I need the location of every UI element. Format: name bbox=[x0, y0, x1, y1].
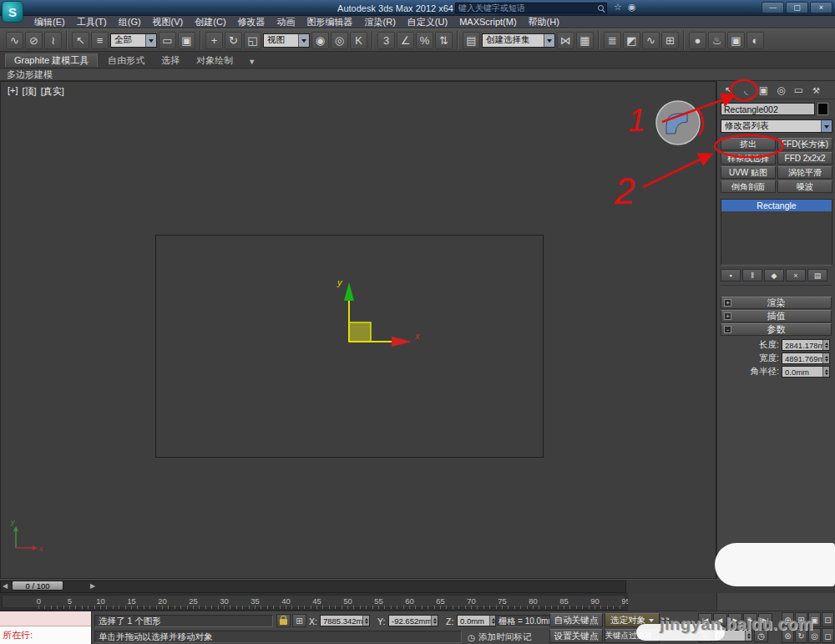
menu-maxscript[interactable]: MAXScript(M) bbox=[453, 17, 522, 27]
motion-tab-icon[interactable]: ◎ bbox=[774, 84, 788, 96]
set-key-button[interactable]: 设置关键点 bbox=[549, 629, 603, 643]
reference-coordinate-dropdown[interactable]: 视图 bbox=[263, 33, 310, 48]
time-slider-thumb[interactable]: 0 / 100 bbox=[12, 581, 63, 591]
macro-recorder-line[interactable] bbox=[0, 611, 91, 626]
chevron-down-icon[interactable] bbox=[298, 34, 309, 47]
menu-create[interactable]: 创建(C) bbox=[189, 16, 231, 28]
minimize-button[interactable]: — bbox=[762, 2, 784, 13]
window-crossing-icon[interactable]: ▣ bbox=[178, 32, 195, 49]
unlink-selection-icon[interactable]: ⊘ bbox=[25, 32, 43, 49]
render-production-icon[interactable]: ◐ bbox=[746, 32, 764, 49]
rollout-toggle[interactable]: + bbox=[724, 299, 731, 307]
menu-animation[interactable]: 动画 bbox=[271, 16, 301, 28]
info-center-star-icon[interactable]: ☆ bbox=[614, 2, 622, 13]
spinner-arrows[interactable] bbox=[822, 353, 829, 363]
utilities-tab-icon[interactable]: ⚒ bbox=[809, 84, 823, 96]
tab-selection[interactable]: 选择 bbox=[153, 53, 188, 68]
chevron-down-icon[interactable] bbox=[544, 34, 554, 47]
menu-group[interactable]: 组(G) bbox=[113, 16, 147, 28]
select-and-rotate-icon[interactable]: ↻ bbox=[225, 32, 242, 49]
rollout-toggle[interactable]: - bbox=[724, 326, 731, 333]
angle-snap-icon[interactable]: ∠ bbox=[397, 32, 414, 49]
noise-button[interactable]: 噪波 bbox=[777, 180, 832, 193]
create-tab-icon[interactable]: ↖ bbox=[721, 84, 736, 96]
selection-lock-toggle[interactable] bbox=[276, 614, 291, 627]
object-name-field[interactable] bbox=[721, 103, 815, 115]
modifier-list-dropdown[interactable]: 修改器列表 bbox=[721, 119, 832, 133]
search-box[interactable] bbox=[455, 3, 607, 13]
remove-modifier-icon[interactable]: × bbox=[786, 269, 806, 281]
maxscript-mini-listener[interactable]: 所在行: bbox=[0, 611, 92, 644]
gizmo-xy-plane-handle[interactable] bbox=[349, 322, 371, 342]
z-coordinate-field[interactable]: 0.0mm bbox=[457, 615, 497, 626]
menu-modifiers[interactable]: 修改器 bbox=[232, 16, 271, 28]
tab-object-paint[interactable]: 对象绘制 bbox=[188, 53, 241, 68]
uvw-map-button[interactable]: UVW 贴图 bbox=[721, 166, 776, 179]
spinner-arrows[interactable] bbox=[822, 367, 829, 377]
viewport-menu-general[interactable]: [+] bbox=[8, 85, 18, 98]
select-and-scale-icon[interactable]: ◱ bbox=[244, 32, 261, 49]
menu-tools[interactable]: 工具(T) bbox=[71, 16, 113, 28]
tab-graphite-modeling[interactable]: Graphite 建模工具 bbox=[5, 53, 98, 68]
param-field[interactable]: 2841.178mm bbox=[782, 339, 830, 351]
rollout-parameters[interactable]: - 参数 bbox=[721, 323, 832, 336]
listener-line[interactable]: 所在行: bbox=[0, 626, 91, 644]
rectangular-selection-region-icon[interactable]: ▭ bbox=[159, 32, 176, 49]
rollout-interpolation[interactable]: + 插值 bbox=[721, 310, 832, 322]
viewport-top[interactable]: [+] [顶] [真实] y x y x bbox=[0, 81, 716, 579]
param-field[interactable]: 0.0mm bbox=[782, 366, 830, 378]
pin-stack-icon[interactable]: ▪ bbox=[721, 269, 741, 281]
search-input[interactable] bbox=[458, 3, 598, 13]
material-editor-icon[interactable]: ● bbox=[689, 32, 706, 49]
maximize-viewport-icon[interactable]: ◻ bbox=[822, 628, 834, 643]
spinner-snap-icon[interactable]: ⇅ bbox=[435, 32, 453, 49]
configure-modifier-sets-icon[interactable]: ▤ bbox=[807, 269, 827, 281]
select-object-icon[interactable]: ↖ bbox=[72, 32, 89, 49]
render-setup-icon[interactable]: ♨ bbox=[708, 32, 726, 49]
align-icon[interactable]: ▦ bbox=[576, 32, 594, 49]
viewport-menu-pov[interactable]: [顶] bbox=[23, 85, 37, 98]
viewport-menu-shading[interactable]: [真实] bbox=[41, 85, 64, 98]
menu-views[interactable]: 视图(V) bbox=[147, 16, 190, 28]
modify-tab-icon[interactable]: ◟ bbox=[739, 84, 753, 96]
chevron-down-icon[interactable] bbox=[145, 34, 156, 47]
gizmo-x-arrow[interactable] bbox=[392, 337, 412, 347]
menu-edit[interactable]: 编辑(E) bbox=[28, 16, 71, 28]
mirror-icon[interactable]: ⋈ bbox=[557, 32, 574, 49]
maximize-button[interactable]: ▢ bbox=[786, 2, 808, 13]
modifier-stack[interactable]: Rectangle bbox=[721, 199, 832, 266]
menu-rendering[interactable]: 渲染(R) bbox=[359, 16, 402, 28]
spinner-arrows[interactable] bbox=[362, 616, 369, 626]
previous-frame-arrow[interactable]: ◀ bbox=[3, 582, 8, 590]
tab-freeform[interactable]: 自由形式 bbox=[99, 53, 153, 68]
zoom-region-icon[interactable]: ⊡ bbox=[822, 612, 834, 627]
y-coordinate-field[interactable]: -92.652mm bbox=[388, 615, 438, 626]
menu-graph-editors[interactable]: 图形编辑器 bbox=[301, 16, 359, 28]
select-and-manipulate-icon[interactable]: ◎ bbox=[331, 32, 348, 49]
3dsmax-logo[interactable]: S bbox=[2, 1, 23, 23]
extrude-button[interactable]: 挤出 bbox=[721, 138, 776, 150]
param-field[interactable]: 4891.769mm bbox=[782, 352, 830, 364]
percent-snap-icon[interactable]: % bbox=[416, 32, 433, 49]
turbosmooth-button[interactable]: 涡轮平滑 bbox=[777, 166, 832, 179]
edit-named-selection-sets-icon[interactable]: ▤ bbox=[463, 32, 480, 49]
display-tab-icon[interactable]: ▭ bbox=[792, 84, 806, 96]
hierarchy-tab-icon[interactable]: ▣ bbox=[757, 84, 771, 96]
gizmo-y-arrow[interactable] bbox=[344, 282, 354, 301]
graphite-toggle-icon[interactable]: ◩ bbox=[623, 32, 640, 49]
next-frame-arrow[interactable]: ▶ bbox=[90, 582, 95, 590]
auto-key-button[interactable]: 自动关键点 bbox=[549, 613, 603, 627]
rollout-rendering[interactable]: + 渲染 bbox=[721, 297, 832, 309]
x-coordinate-field[interactable]: 7885.342mm bbox=[320, 615, 370, 626]
select-and-move-icon[interactable]: + bbox=[205, 32, 223, 49]
bind-to-space-warp-icon[interactable]: ≀ bbox=[44, 32, 62, 49]
ffd-2x2x2-button[interactable]: FFD 2x2x2 bbox=[777, 152, 832, 165]
snap-toggle-3d-icon[interactable]: 3 bbox=[377, 32, 395, 49]
chevron-down-icon[interactable] bbox=[821, 120, 832, 132]
track-bar[interactable]: 0510152025303540455055606570758085909510… bbox=[0, 593, 628, 611]
transform-gizmo[interactable]: y x bbox=[1, 82, 716, 578]
rendered-frame-icon[interactable]: ▣ bbox=[727, 32, 745, 49]
layer-manager-icon[interactable]: ≣ bbox=[604, 32, 621, 49]
stack-item-rectangle[interactable]: Rectangle bbox=[721, 200, 832, 211]
named-selection-sets-dropdown[interactable]: 创建选择集 bbox=[482, 33, 555, 48]
